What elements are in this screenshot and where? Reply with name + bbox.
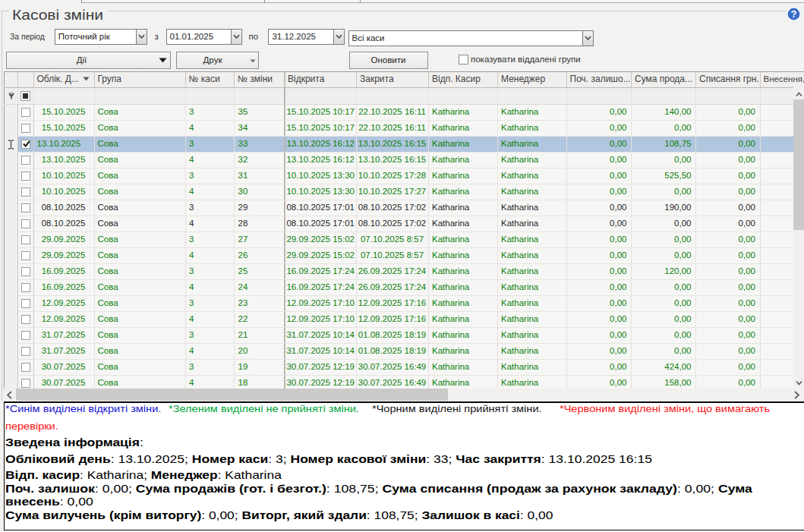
svg-text:?: ? — [791, 8, 797, 20]
